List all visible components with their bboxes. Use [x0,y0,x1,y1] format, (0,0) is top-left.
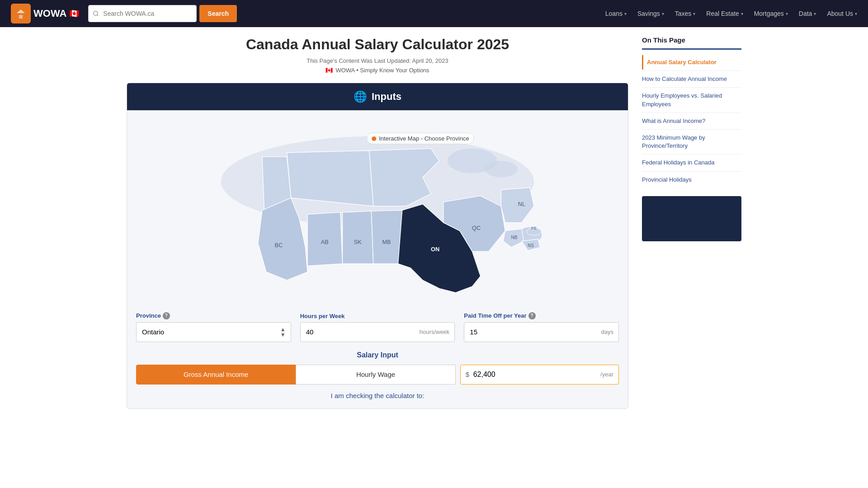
nav-link-real-estate[interactable]: Real Estate ▾ [706,10,743,17]
chevron-down-icon: ▾ [741,11,743,16]
toc-item-min-wage[interactable]: 2023 Minimum Wage by Province/Territory [642,131,741,153]
province-label-qc: QC [472,225,481,231]
map-label: Interactive Map - Choose Province [367,133,474,144]
toc: On This Page Annual Salary Calculator Ho… [642,36,741,187]
province-label-mb: MB [382,239,391,245]
province-label-bc: BC [274,242,283,249]
toc-divider [642,154,741,155]
search-input[interactable] [88,5,197,22]
search-icon [93,10,99,17]
province-label-ns: NS [528,243,534,248]
chevron-down-icon: ▾ [786,11,788,16]
chevron-down-icon: ▾ [693,11,695,16]
brand-name: WOWA [33,8,66,19]
chevron-down-icon: ▾ [624,11,627,16]
salary-toggle-row: Gross Annual Income Hourly Wage $ /year [136,365,619,385]
nav-links: Loans ▾ Savings ▾ Taxes ▾ Real Estate ▾ … [605,10,857,17]
toc-divider [642,129,741,130]
search-button[interactable]: Search [199,5,237,22]
chevron-down-icon: ▾ [662,11,664,16]
province-label-pe: PE [531,226,537,230]
chevron-down-icon: ▾ [855,11,857,16]
brand-flag: 🇨🇦 [69,9,79,19]
toc-header: On This Page [642,36,741,50]
salary-section: Salary Input Gross Annual Income Hourly … [136,351,619,399]
hours-group: Hours per Week hours/week [300,313,455,342]
toc-item-provincial-holidays[interactable]: Provincial Holidays [642,173,741,187]
svg-point-3 [94,11,98,15]
salary-amount-input[interactable] [460,365,619,385]
toc-divider [642,70,741,71]
nav-link-loans[interactable]: Loans ▾ [605,10,627,17]
toc-divider [642,113,741,113]
calc-body: Interactive Map - Choose Province [127,110,628,408]
pto-help-icon[interactable]: ? [528,312,536,319]
main-column: Canada Annual Salary Calculator 2025 Thi… [127,36,628,409]
toc-divider [642,87,741,88]
province-help-icon[interactable]: ? [163,312,170,319]
navbar: WOWA 🇨🇦 Search Loans ▾ Savings ▾ Taxes ▾… [0,0,868,27]
province-label-nl: NL [518,201,525,207]
pto-group: Paid Time Off per Year ? days [464,312,619,342]
map-container: Interactive Map - Choose Province [136,119,619,303]
brand-logo[interactable]: WOWA 🇨🇦 [11,4,79,23]
salary-prefix: $ [466,371,469,378]
province-select-wrap: Ontario British Columbia Alberta Quebec … [136,322,291,342]
search-input-wrap [88,5,197,22]
toc-item-annual-salary[interactable]: Annual Salary Calculator [642,55,741,70]
pto-label: Paid Time Off per Year ? [464,312,619,319]
province-label-on: ON [431,246,439,253]
toc-item-federal-holidays[interactable]: Federal Holidays in Canada [642,155,741,170]
pto-input[interactable] [464,322,619,342]
page-brand: 🇨🇦 WOWA • Simply Know Your Options [127,67,628,74]
sidebar-advertisement [642,196,741,241]
checking-label: I am checking the calculator to: [136,392,619,399]
nav-link-about[interactable]: About Us ▾ [827,10,857,17]
province-sk[interactable] [343,211,373,264]
hours-input-wrap: hours/week [300,322,455,342]
province-nl[interactable] [501,188,534,222]
province-label-sk: SK [354,239,362,245]
gross-annual-income-button[interactable]: Gross Annual Income [136,365,296,385]
province-group: Province ? Ontario British Columbia Albe… [136,312,291,342]
hours-input[interactable] [300,322,455,342]
svg-line-4 [97,15,99,16]
map-dot-icon [372,136,376,141]
province-label-ab: AB [321,239,329,245]
toc-item-hourly-vs-salaried[interactable]: Hourly Employees vs. Salaried Employees [642,89,741,111]
canada-map[interactable]: BC AB SK MB ON [192,124,563,297]
page-content: Canada Annual Salary Calculator 2025 Thi… [118,27,750,409]
nav-link-data[interactable]: Data ▾ [799,10,816,17]
pto-input-wrap: days [464,322,619,342]
hours-label: Hours per Week [300,313,455,319]
province-select[interactable]: Ontario British Columbia Alberta Quebec … [136,322,291,342]
page-title: Canada Annual Salary Calculator 2025 [127,36,628,53]
form-row-1: Province ? Ontario British Columbia Albe… [136,312,619,342]
toc-divider [642,171,741,172]
province-label: Province ? [136,312,291,319]
svg-point-7 [485,161,518,177]
province-label-nb: NB [511,235,518,240]
svg-rect-1 [19,15,23,19]
hourly-wage-button[interactable]: Hourly Wage [296,365,455,385]
nav-link-taxes[interactable]: Taxes ▾ [675,10,696,17]
salary-amount-wrap: $ /year [460,365,619,385]
search-container: Search [88,5,237,22]
last-updated: This Page's Content Was Last Updated: Ap… [127,57,628,64]
nav-link-savings[interactable]: Savings ▾ [637,10,664,17]
toc-item-how-to-calculate[interactable]: How to Calculate Annual Income [642,72,741,86]
calc-header: 🌐 Inputs [127,83,628,110]
brand-icon [11,4,31,23]
calculator-card: 🌐 Inputs Interactive Map - Choose Provin… [127,83,628,409]
salary-section-label: Salary Input [136,351,619,359]
sidebar: On This Page Annual Salary Calculator Ho… [642,36,741,409]
inputs-icon: 🌐 [354,90,367,103]
toc-item-what-is-annual[interactable]: What is Annual Income? [642,114,741,128]
nav-link-mortgages[interactable]: Mortgages ▾ [754,10,788,17]
chevron-down-icon: ▾ [814,11,816,16]
salary-unit: /year [600,371,613,378]
